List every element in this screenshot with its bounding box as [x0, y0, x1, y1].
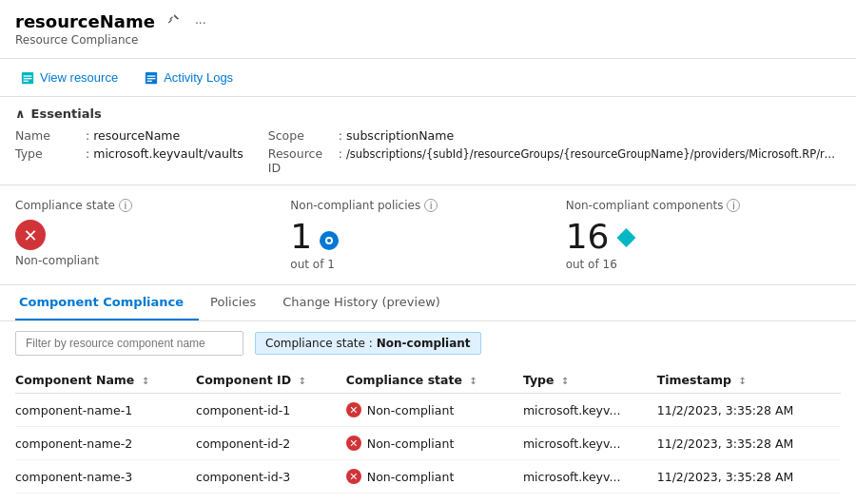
col-type[interactable]: Type ↕ [523, 365, 657, 394]
components-out-of: out of 16 [566, 258, 822, 271]
svg-rect-6 [147, 78, 156, 79]
policies-card: Non-compliant policies i 1 out of 1 [290, 199, 565, 271]
components-diamond-icon [616, 228, 635, 250]
components-count: 16 [566, 220, 610, 254]
table-row: component-name-2 component-id-2 ✕ Non-co… [15, 427, 841, 460]
col-component-id[interactable]: Component ID ↕ [196, 365, 346, 394]
view-resource-icon [21, 71, 34, 85]
non-compliant-icon-1: ✕ [346, 436, 361, 451]
cell-type-0: microsoft.keyv... [523, 394, 657, 427]
components-table-container: Component Name ↕ Component ID ↕ Complian… [0, 365, 856, 494]
component-filter-input[interactable] [15, 331, 243, 356]
components-title: Non-compliant components [566, 199, 724, 212]
svg-rect-7 [147, 80, 152, 81]
compliance-summary: Compliance state i ✕ Non-compliant Non-c… [0, 185, 856, 285]
compliance-state-label: Non-compliant [15, 254, 271, 267]
policies-count: 1 [290, 220, 312, 254]
filter-tag-label: Compliance state : [265, 337, 373, 350]
essentials-scope-value: subscriptionName [346, 128, 454, 143]
sort-icon-timestamp: ↕ [738, 376, 746, 386]
cell-compliance-state-0: ✕ Non-compliant [346, 394, 523, 427]
sort-icon-type: ↕ [561, 376, 569, 386]
sort-icon-component-id: ↕ [298, 376, 305, 386]
svg-rect-5 [147, 75, 156, 76]
essentials-grid: Name : resourceName Scope : subscription… [15, 128, 841, 175]
essentials-name-value: resourceName [93, 128, 180, 143]
essentials-chevron[interactable]: ∧ [15, 107, 26, 121]
cell-component-id-1: component-id-2 [196, 427, 346, 460]
essentials-resource-id-row: Resource ID : /subscriptions/{subId}/res… [268, 146, 841, 175]
policies-title: Non-compliant policies [290, 199, 420, 212]
essentials-scope-label: Scope [268, 128, 335, 143]
non-compliant-badge: ✕ [15, 220, 46, 250]
svg-rect-1 [24, 75, 32, 76]
policies-circle-icon [320, 231, 339, 250]
table-row: component-name-3 component-id-3 ✕ Non-co… [15, 460, 841, 494]
tab-change-history[interactable]: Change History (preview) [279, 285, 456, 320]
compliance-state-card: Compliance state i ✕ Non-compliant [15, 199, 290, 271]
policies-info-icon[interactable]: i [424, 199, 438, 212]
activity-logs-button[interactable]: Activity Logs [139, 67, 239, 88]
cell-component-name-1: component-name-2 [15, 427, 196, 460]
cell-component-id-0: component-id-1 [196, 394, 346, 427]
view-resource-button[interactable]: View resource [15, 67, 124, 88]
page-subtitle: Resource Compliance [15, 33, 841, 47]
cell-timestamp-1: 11/2/2023, 3:35:28 AM [657, 427, 841, 460]
policies-out-of: out of 1 [290, 258, 546, 271]
essentials-resource-id-value: /subscriptions/{subId}/resourceGroups/{r… [346, 147, 841, 161]
sort-icon-compliance-state: ↕ [469, 376, 477, 386]
svg-rect-2 [24, 78, 32, 79]
essentials-type-label: Type [15, 146, 82, 161]
cell-component-id-2: component-id-3 [196, 460, 346, 494]
tab-component-compliance[interactable]: Component Compliance [15, 285, 199, 320]
col-component-name[interactable]: Component Name ↕ [15, 365, 196, 394]
essentials-type-row: Type : microsoft.keyvault/vaults [15, 146, 268, 175]
table-header-row: Component Name ↕ Component ID ↕ Complian… [15, 365, 841, 394]
essentials-name-row: Name : resourceName [15, 128, 268, 143]
toolbar: View resource Activity Logs [0, 59, 856, 97]
cell-compliance-state-2: ✕ Non-compliant [346, 460, 523, 494]
tab-bar: Component Compliance Policies Change His… [0, 285, 856, 321]
col-compliance-state[interactable]: Compliance state ↕ [346, 365, 523, 394]
tab-policies[interactable]: Policies [206, 285, 271, 320]
filter-tag-value: Non-compliant [377, 337, 471, 350]
resource-title: resourceName [15, 11, 155, 31]
svg-point-9 [327, 239, 331, 242]
svg-rect-3 [24, 80, 29, 81]
pin-button[interactable] [163, 11, 184, 31]
compliance-state-info-icon[interactable]: i [119, 199, 132, 212]
cell-component-name-0: component-name-1 [15, 394, 196, 427]
sort-icon-component-name: ↕ [142, 376, 149, 386]
cell-compliance-state-1: ✕ Non-compliant [346, 427, 523, 460]
essentials-name-label: Name [15, 128, 82, 143]
cell-type-1: microsoft.keyv... [523, 427, 657, 460]
essentials-type-value: microsoft.keyvault/vaults [93, 146, 243, 161]
non-compliant-icon-0: ✕ [346, 402, 361, 417]
components-table: Component Name ↕ Component ID ↕ Complian… [15, 365, 841, 494]
table-row: component-name-1 component-id-1 ✕ Non-co… [15, 394, 841, 427]
essentials-title: Essentials [31, 107, 102, 121]
essentials-section: ∧ Essentials Name : resourceName Scope :… [0, 97, 856, 185]
compliance-state-filter-tag[interactable]: Compliance state : Non-compliant [255, 332, 481, 355]
activity-logs-icon [145, 71, 158, 85]
cell-component-name-2: component-name-3 [15, 460, 196, 494]
essentials-scope-row: Scope : subscriptionName [268, 128, 841, 143]
components-info-icon[interactable]: i [727, 199, 740, 212]
filter-bar: Compliance state : Non-compliant [0, 321, 856, 365]
compliance-state-title: Compliance state [15, 199, 115, 212]
components-card: Non-compliant components i 16 out of 16 [566, 199, 841, 271]
cell-timestamp-2: 11/2/2023, 3:35:28 AM [657, 460, 841, 494]
cell-type-2: microsoft.keyv... [523, 460, 657, 494]
cell-timestamp-0: 11/2/2023, 3:35:28 AM [657, 394, 841, 427]
col-timestamp[interactable]: Timestamp ↕ [657, 365, 841, 394]
more-options-button[interactable]: ··· [191, 12, 210, 31]
non-compliant-icon-2: ✕ [346, 469, 361, 484]
page-header: resourceName ··· Resource Compliance [0, 0, 856, 59]
essentials-resource-id-label: Resource ID [268, 146, 335, 175]
